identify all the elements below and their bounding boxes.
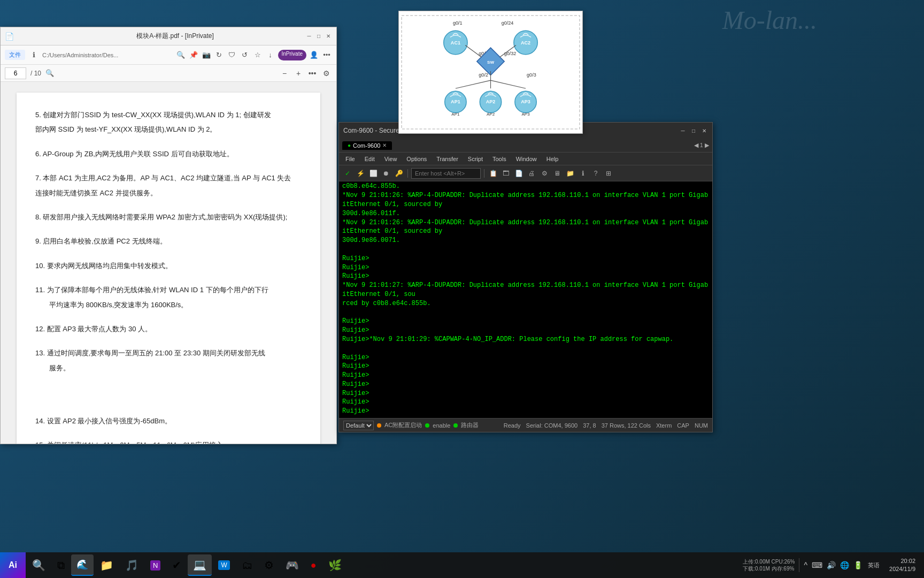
settings-button[interactable]: ⚙ xyxy=(320,67,332,79)
profile-dropdown[interactable]: Default xyxy=(343,421,374,430)
network-icon[interactable]: 🌐 xyxy=(839,560,850,571)
connect-icon[interactable]: ✓ xyxy=(342,168,353,179)
svg-text:AC2: AC2 xyxy=(521,40,530,45)
page-number-input[interactable] xyxy=(5,67,26,79)
key-icon[interactable]: 🔑 xyxy=(394,168,404,179)
svg-text:g0/2: g0/2 xyxy=(479,72,488,78)
terminal-line: Ruijie> xyxy=(342,272,709,281)
terminal-line: Ruijie> xyxy=(342,362,709,371)
ai-label: Ai xyxy=(9,560,17,570)
app3-button[interactable]: ● xyxy=(305,554,322,576)
pdf-line-8: 10. 要求内网无线网络均启用集中转发模式。 xyxy=(35,260,302,272)
gear-icon[interactable]: ⚙ xyxy=(539,168,550,179)
stop-icon[interactable]: ⬜ xyxy=(368,168,379,179)
pdf-search-icon[interactable]: 🔍 xyxy=(45,69,54,77)
pdf-line-12: 13. 通过时间调度,要求每周一至周五的 21:00 至 23:30 期间关闭研… xyxy=(35,347,302,359)
terminal-line: 300d.9e86.011f. xyxy=(342,209,709,218)
pdf-line-15: 15. 关闭低速率(11b/g 1M、2M、5M、11a 6M、9M)应用接入。 xyxy=(35,439,302,444)
app1-button[interactable]: W xyxy=(213,554,235,576)
more-options-button[interactable]: ••• xyxy=(306,67,318,79)
user-icon[interactable]: 👤 xyxy=(309,50,319,60)
pdf-title: 模块A-样题.pdf - [InPrivate] xyxy=(18,32,332,41)
terminal-line: Ruijie> xyxy=(342,353,709,362)
pdf-close-button[interactable]: ✕ xyxy=(325,33,332,40)
reload-icon[interactable]: ↺ xyxy=(240,50,250,60)
paste-icon[interactable]: 📄 xyxy=(513,168,524,179)
terminal-taskbar-button[interactable]: 💻 xyxy=(188,554,212,576)
enable-dot xyxy=(425,423,429,428)
onenote-button[interactable]: N xyxy=(145,554,166,576)
menu-file[interactable]: File xyxy=(341,155,359,163)
search-button[interactable]: 🔍 xyxy=(27,554,51,576)
game-button[interactable]: 🎮 xyxy=(280,554,304,576)
ai-button[interactable]: Ai xyxy=(0,552,26,578)
status-size: 37 Rows, 122 Cols xyxy=(602,422,651,429)
language-label[interactable]: 英语 xyxy=(866,561,882,569)
taskbar-system: 上传:0.00M CPU:26% 下载:0.01M 内存:69% ^ ⌨ 🔊 🌐… xyxy=(734,557,924,574)
lightning-icon[interactable]: ⚡ xyxy=(355,168,366,179)
terminal-maximize-button[interactable]: □ xyxy=(690,127,697,134)
terminal-tab-close[interactable]: ✕ xyxy=(382,142,387,148)
battery-icon[interactable]: 🔋 xyxy=(852,560,864,571)
terminal-window: Com-9600 - Secure... ─ □ ✕ ● Com-9600 ✕ … xyxy=(338,122,713,432)
menu-script[interactable]: Script xyxy=(464,155,487,163)
terminal-line: 300d.9e86.0071. xyxy=(342,236,709,245)
app4-button[interactable]: 🌿 xyxy=(323,554,347,576)
menu-window[interactable]: Window xyxy=(512,155,541,163)
settings-taskbar-button[interactable]: ⚙ xyxy=(259,554,279,576)
terminal-tab-active[interactable]: ● Com-9600 ✕ xyxy=(342,141,392,150)
edge-button[interactable]: 🌊 xyxy=(71,554,94,576)
task-view-button[interactable]: ⧉ xyxy=(52,554,70,576)
pdf-toolbar-icons: 🔍 📌 📷 ↻ 🛡 ↺ ☆ ↓ InPrivate 👤 ••• xyxy=(175,50,332,60)
record-icon[interactable]: ⏺ xyxy=(381,168,391,179)
chevron-up-icon[interactable]: ^ xyxy=(803,560,808,571)
menu-tools[interactable]: Tools xyxy=(488,155,511,163)
zoom-in-button[interactable]: + xyxy=(292,67,304,79)
speaker-icon[interactable]: 🔊 xyxy=(826,560,837,571)
pdf-content[interactable]: 5. 创建对方部门SSID 为 test-CW_XX(XX 现场提供),WLAN… xyxy=(1,82,336,444)
refresh-icon[interactable]: ↻ xyxy=(214,50,225,60)
pin-icon[interactable]: 📌 xyxy=(188,50,199,60)
terminal-body[interactable]: c0b8.e64c.855b.*Nov 9 21:01:24: %ARP-4-D… xyxy=(339,181,712,418)
pdf-file-menu[interactable]: 文件 xyxy=(5,50,25,60)
menu-edit[interactable]: Edit xyxy=(360,155,379,163)
star-icon[interactable]: ☆ xyxy=(252,50,263,60)
search-icon[interactable]: 🔍 xyxy=(175,50,186,60)
explorer-button[interactable]: 📁 xyxy=(95,554,119,576)
terminal-close-button[interactable]: ✕ xyxy=(700,127,708,134)
terminal-line: *Nov 9 21:01:27: %ARP-4-DUPADDR: Duplica… xyxy=(342,281,709,299)
screenshot-icon[interactable]: 📷 xyxy=(201,50,212,60)
terminal-tab-scroll[interactable]: ◀ 1 ▶ xyxy=(694,142,709,149)
svg-text:AP1: AP1 xyxy=(451,100,460,105)
download-icon[interactable]: ↓ xyxy=(265,50,276,60)
pdf-minimize-button[interactable]: ─ xyxy=(305,33,313,40)
menu-transfer[interactable]: Transfer xyxy=(432,155,463,163)
host-input[interactable] xyxy=(411,168,481,179)
info-icon[interactable]: ℹ xyxy=(578,168,588,179)
pdf-window-controls: ─ □ ✕ xyxy=(305,33,332,40)
shield-icon[interactable]: 🛡 xyxy=(227,50,237,60)
more-icon[interactable]: ••• xyxy=(321,50,332,60)
media-button[interactable]: 🎵 xyxy=(120,554,144,576)
pdf-line-10: 平均速率为 800KB/s,突发速率为 1600KB/s。 xyxy=(35,299,302,311)
watermark-text: Mo-lan... xyxy=(722,5,817,35)
terminal-line: c0b8.e64c.855b. xyxy=(342,182,709,191)
terminal-minimize-button[interactable]: ─ xyxy=(679,127,687,134)
grid-icon[interactable]: ⊞ xyxy=(603,168,614,179)
zoom-out-button[interactable]: − xyxy=(279,67,290,79)
terminal-statusbar: Default AC附配置启动 enable 路由器 Ready Serial:… xyxy=(339,418,712,432)
checklist-button[interactable]: ✔ xyxy=(167,554,187,576)
menu-options[interactable]: Options xyxy=(402,155,431,163)
window-icon[interactable]: 🗔 xyxy=(500,168,511,179)
menu-help[interactable]: Help xyxy=(542,155,563,163)
pdf-maximize-button[interactable]: □ xyxy=(315,33,322,40)
keyboard-icon[interactable]: ⌨ xyxy=(811,560,823,571)
taskbar-clock[interactable]: 20:02 2024/11/9 xyxy=(885,557,920,574)
print-icon[interactable]: 🖨 xyxy=(526,168,537,179)
copy-icon[interactable]: 📋 xyxy=(488,168,498,179)
file-icon[interactable]: 📁 xyxy=(565,168,575,179)
monitor-icon[interactable]: 🖥 xyxy=(552,168,563,179)
question-icon[interactable]: ? xyxy=(590,168,601,179)
app2-button[interactable]: 🗂 xyxy=(236,554,258,576)
menu-view[interactable]: View xyxy=(380,155,402,163)
